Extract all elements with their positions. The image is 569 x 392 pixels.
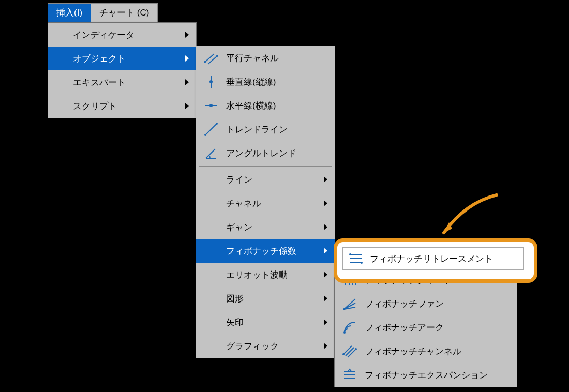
fibo-timezone-icon [342, 272, 357, 288]
menu-item-label: 垂直線(縦線) [226, 76, 326, 88]
menu-item-label: フィボナッチ係数 [226, 245, 326, 257]
obj-cat-gann[interactable]: ギャン [196, 215, 335, 239]
menu-item-label: トレンドライン [226, 124, 326, 135]
tab-chart[interactable]: チャート (C) [91, 4, 157, 22]
obj-cat-fibonacci[interactable]: フィボナッチ係数 [196, 239, 335, 263]
fibo-fan-icon [342, 296, 357, 311]
horizontal-line-icon [203, 98, 219, 113]
parallel-channel-icon [203, 50, 219, 66]
tab-insert[interactable]: 挿入(I) [48, 4, 91, 22]
fibo-fan[interactable]: フィボナッチファン [335, 292, 517, 315]
menu-item-label: アングルトレンド [226, 147, 326, 159]
menu-objects[interactable]: オブジェクト [48, 47, 196, 70]
menu-item-label: 平行チャネル [226, 52, 326, 64]
menu-item-label: 矢印 [226, 316, 326, 328]
callout-arrow-icon [435, 192, 507, 244]
menu-item-label: ライン [226, 174, 326, 186]
fibo-arc-icon [342, 320, 357, 335]
menu-item-label: フィボナッチアーク [365, 322, 508, 334]
menubar: 挿入(I) チャート (C) [48, 3, 158, 23]
obj-vertical-line[interactable]: 垂直線(縦線) [196, 70, 335, 94]
menu-item-label: 図形 [226, 293, 326, 305]
fibo-retracement-icon [348, 251, 364, 266]
menu-indicators[interactable]: インディケータ [48, 23, 196, 47]
fibo-channel[interactable]: フィボナッチチャンネル [335, 339, 517, 363]
obj-cat-channels[interactable]: チャネル [196, 191, 335, 215]
separator [199, 166, 332, 167]
fibo-arc[interactable]: フィボナッチアーク [335, 315, 517, 339]
angle-trend-icon [203, 145, 219, 161]
menu-item-label: 水平線(横線) [226, 100, 326, 112]
menu-item-label: インディケータ [73, 29, 188, 41]
menu-item-label: フィボナッチチャンネル [365, 345, 508, 357]
menu-item-label: フィボナッチファン [365, 298, 508, 310]
obj-parallel-channel[interactable]: 平行チャネル [196, 46, 335, 70]
menu-experts[interactable]: エキスパート [48, 70, 196, 94]
objects-menu: 平行チャネル 垂直線(縦線) 水平線(横線) トレンドライン アングルトレンド … [196, 46, 335, 358]
obj-cat-elliott[interactable]: エリオット波動 [196, 263, 335, 287]
menu-item-label: フィボナッチタイムゾーン [365, 274, 508, 286]
obj-cat-shapes[interactable]: 図形 [196, 287, 335, 310]
fibo-channel-icon [342, 343, 357, 359]
menu-item-label: フィボナッチリトレースメント [370, 253, 493, 265]
svg-marker-35 [444, 222, 452, 233]
menu-item-label: オブジェクト [73, 53, 188, 65]
menu-item-label: フィボナッチエクスパンション [365, 369, 508, 381]
fibo-retracement-highlight[interactable]: フィボナッチリトレースメント [342, 247, 524, 270]
obj-horizontal-line[interactable]: 水平線(横線) [196, 94, 335, 117]
obj-angle-trend[interactable]: アングルトレンド [196, 141, 335, 165]
trend-line-icon [203, 122, 219, 137]
fibo-expansion[interactable]: フィボナッチエクスパンション [335, 363, 517, 387]
menu-item-label: グラフィック [226, 340, 326, 352]
menu-item-label: スクリプト [73, 100, 188, 112]
obj-cat-arrows[interactable]: 矢印 [196, 310, 335, 334]
menu-scripts[interactable]: スクリプト [48, 94, 196, 118]
menu-item-label: エリオット波動 [226, 269, 326, 281]
vertical-line-icon [203, 74, 219, 89]
menu-item-label: エキスパート [73, 77, 188, 88]
obj-cat-graphics[interactable]: グラフィック [196, 334, 335, 358]
menu-item-label: ギャン [226, 221, 326, 233]
menu-item-label: チャネル [226, 198, 326, 209]
fibo-expansion-icon [342, 367, 357, 383]
insert-menu: インディケータ オブジェクト エキスパート スクリプト [48, 22, 197, 118]
fibo-timezone[interactable]: フィボナッチタイムゾーン [335, 268, 517, 292]
obj-cat-lines[interactable]: ライン [196, 168, 335, 191]
obj-trend-line[interactable]: トレンドライン [196, 117, 335, 141]
